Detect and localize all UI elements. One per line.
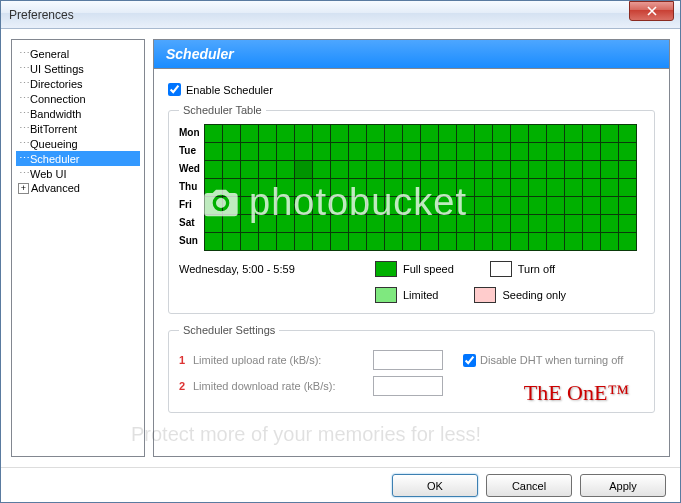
grid-cell[interactable] [204, 197, 222, 215]
grid-cell[interactable] [456, 233, 474, 251]
grid-cell[interactable] [312, 143, 330, 161]
cancel-button[interactable]: Cancel [486, 474, 572, 497]
grid-cell[interactable] [312, 233, 330, 251]
hour-grid[interactable] [204, 124, 637, 251]
grid-cell[interactable] [330, 161, 348, 179]
grid-cell[interactable] [438, 179, 456, 197]
grid-cell[interactable] [546, 179, 564, 197]
grid-cell[interactable] [402, 161, 420, 179]
grid-cell[interactable] [312, 161, 330, 179]
grid-cell[interactable] [474, 143, 492, 161]
grid-cell[interactable] [528, 215, 546, 233]
grid-cell[interactable] [510, 125, 528, 143]
sidebar-item-bandwidth[interactable]: ⋯Bandwidth [16, 106, 140, 121]
grid-cell[interactable] [492, 197, 510, 215]
grid-cell[interactable] [384, 233, 402, 251]
grid-cell[interactable] [582, 197, 600, 215]
close-button[interactable] [629, 1, 674, 21]
grid-cell[interactable] [384, 215, 402, 233]
grid-cell[interactable] [222, 125, 240, 143]
grid-cell[interactable] [564, 179, 582, 197]
grid-cell[interactable] [276, 233, 294, 251]
grid-cell[interactable] [240, 215, 258, 233]
grid-cell[interactable] [438, 215, 456, 233]
grid-cell[interactable] [222, 143, 240, 161]
grid-cell[interactable] [258, 125, 276, 143]
grid-cell[interactable] [294, 125, 312, 143]
grid-cell[interactable] [492, 215, 510, 233]
grid-cell[interactable] [564, 215, 582, 233]
category-tree[interactable]: ⋯General ⋯UI Settings ⋯Directories ⋯Conn… [11, 39, 145, 457]
grid-cell[interactable] [240, 233, 258, 251]
grid-cell[interactable] [510, 215, 528, 233]
grid-cell[interactable] [312, 125, 330, 143]
grid-cell[interactable] [474, 197, 492, 215]
grid-cell[interactable] [510, 179, 528, 197]
grid-cell[interactable] [384, 197, 402, 215]
grid-cell[interactable] [456, 143, 474, 161]
grid-cell[interactable] [330, 179, 348, 197]
grid-cell[interactable] [384, 143, 402, 161]
grid-cell[interactable] [528, 125, 546, 143]
grid-cell[interactable] [402, 179, 420, 197]
grid-cell[interactable] [366, 197, 384, 215]
grid-cell[interactable] [618, 233, 636, 251]
enable-scheduler-checkbox[interactable] [168, 83, 181, 96]
grid-cell[interactable] [258, 179, 276, 197]
grid-cell[interactable] [240, 197, 258, 215]
grid-cell[interactable] [474, 161, 492, 179]
grid-cell[interactable] [492, 179, 510, 197]
grid-cell[interactable] [402, 233, 420, 251]
grid-cell[interactable] [402, 125, 420, 143]
grid-cell[interactable] [600, 215, 618, 233]
grid-cell[interactable] [546, 233, 564, 251]
grid-cell[interactable] [564, 197, 582, 215]
download-rate-input[interactable] [373, 376, 443, 396]
grid-cell[interactable] [276, 125, 294, 143]
grid-cell[interactable] [420, 125, 438, 143]
grid-cell[interactable] [492, 125, 510, 143]
ok-button[interactable]: OK [392, 474, 478, 497]
grid-cell[interactable] [312, 215, 330, 233]
grid-cell[interactable] [420, 197, 438, 215]
grid-cell[interactable] [222, 233, 240, 251]
grid-cell[interactable] [564, 125, 582, 143]
grid-cell[interactable] [330, 143, 348, 161]
grid-cell[interactable] [582, 215, 600, 233]
sidebar-item-web-ui[interactable]: ⋯Web UI [16, 166, 140, 181]
grid-cell[interactable] [204, 143, 222, 161]
titlebar[interactable]: Preferences [1, 1, 680, 29]
grid-cell[interactable] [618, 215, 636, 233]
sidebar-item-connection[interactable]: ⋯Connection [16, 91, 140, 106]
grid-cell[interactable] [276, 143, 294, 161]
grid-cell[interactable] [528, 143, 546, 161]
grid-cell[interactable] [546, 215, 564, 233]
grid-cell[interactable] [240, 161, 258, 179]
grid-cell[interactable] [294, 143, 312, 161]
grid-cell[interactable] [258, 215, 276, 233]
grid-cell[interactable] [258, 143, 276, 161]
sidebar-item-bittorrent[interactable]: ⋯BitTorrent [16, 121, 140, 136]
grid-cell[interactable] [582, 125, 600, 143]
grid-cell[interactable] [456, 125, 474, 143]
grid-cell[interactable] [312, 197, 330, 215]
grid-cell[interactable] [474, 125, 492, 143]
grid-cell[interactable] [330, 215, 348, 233]
grid-cell[interactable] [258, 161, 276, 179]
grid-cell[interactable] [528, 233, 546, 251]
grid-cell[interactable] [600, 143, 618, 161]
grid-cell[interactable] [582, 233, 600, 251]
grid-cell[interactable] [420, 143, 438, 161]
grid-cell[interactable] [330, 233, 348, 251]
grid-cell[interactable] [258, 197, 276, 215]
grid-cell[interactable] [564, 233, 582, 251]
grid-cell[interactable] [528, 161, 546, 179]
grid-cell[interactable] [294, 197, 312, 215]
grid-cell[interactable] [348, 161, 366, 179]
enable-scheduler-row[interactable]: Enable Scheduler [168, 83, 655, 96]
grid-cell[interactable] [204, 179, 222, 197]
grid-cell[interactable] [438, 125, 456, 143]
grid-cell[interactable] [384, 125, 402, 143]
grid-cell[interactable] [294, 233, 312, 251]
grid-cell[interactable] [384, 161, 402, 179]
